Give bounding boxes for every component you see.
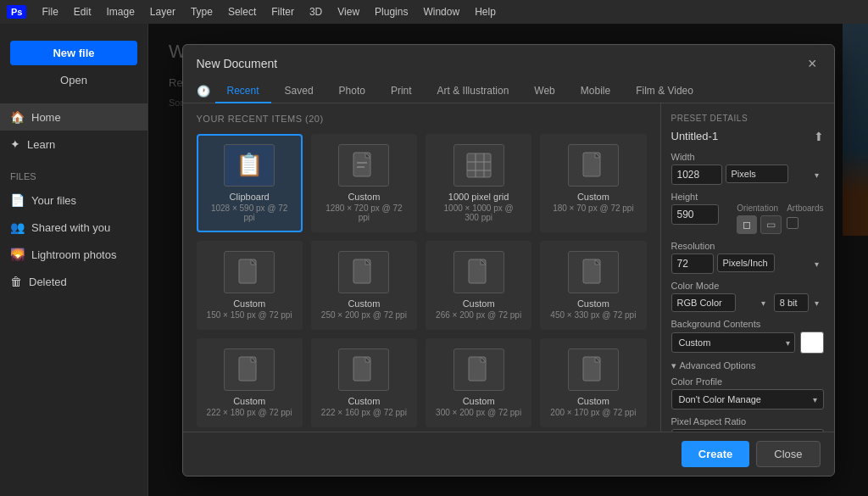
files-section-label: FILES [0, 166, 147, 187]
sidebar-item-shared[interactable]: 👥 Shared with you [0, 214, 147, 241]
item-card-7[interactable]: Custom 450 × 330 px @ 72 ppi [540, 241, 646, 330]
menu-file[interactable]: File [35, 3, 64, 21]
menu-image[interactable]: Image [100, 3, 142, 21]
modal-close-button[interactable]: × [804, 55, 821, 73]
pixel-aspect-field-row: Pixel Aspect Ratio Square PixelsD1/DV NT… [671, 416, 824, 432]
sidebar-item-deleted[interactable]: 🗑 Deleted [0, 268, 147, 295]
tab-art-illustration[interactable]: Art & Illustration [426, 80, 521, 103]
tab-saved[interactable]: Saved [273, 80, 326, 103]
item-card-2[interactable]: 1000 pixel grid 1000 × 1000 px @ 300 ppi [426, 134, 531, 232]
sidebar-item-your-files[interactable]: 📄 Your files [0, 187, 147, 214]
file-icon-9 [338, 348, 389, 391]
sidebar-item-home[interactable]: 🏠 Home [0, 103, 147, 131]
portrait-button[interactable]: ◻ [737, 215, 757, 234]
item-name-3: Custom [550, 192, 636, 202]
color-mode-select[interactable]: RGB ColorCMYK ColorGrayscale [671, 293, 736, 312]
modal-body: YOUR RECENT ITEMS (20) 📋 Clipboard 1028 … [183, 103, 834, 432]
tab-recent[interactable]: Recent [215, 80, 271, 103]
width-input[interactable] [671, 164, 722, 185]
sidebar-item-lightroom[interactable]: 🌄 Lightroom photos [0, 241, 147, 268]
deleted-icon: 🗑 [10, 275, 22, 288]
resolution-input[interactable] [671, 254, 714, 274]
menu-bar: Ps File Edit Image Layer Type Select Fil… [0, 0, 868, 24]
sidebar-item-learn[interactable]: ✦ Learn [0, 131, 147, 158]
menu-select[interactable]: Select [221, 3, 263, 21]
height-label: Height [671, 192, 732, 202]
item-name-6: Custom [436, 298, 521, 309]
tab-print[interactable]: Print [379, 80, 424, 103]
sidebar-item-deleted-label: Deleted [29, 276, 67, 288]
tab-web[interactable]: Web [522, 80, 566, 103]
close-button[interactable]: Close [756, 441, 820, 467]
sidebar-item-your-files-label: Your files [31, 194, 76, 207]
tab-mobile[interactable]: Mobile [569, 80, 622, 103]
sidebar-item-home-label: Home [31, 111, 61, 124]
menu-filter[interactable]: Filter [264, 3, 301, 21]
color-profile-label: Color Profile [671, 376, 824, 387]
item-dims-9: 222 × 160 px @ 72 ppi [321, 408, 407, 417]
main-content: We Rec Sort New Document × 🕐 Recent Save… [148, 24, 868, 496]
file-icon-3 [568, 144, 619, 187]
item-card-10[interactable]: Custom 300 × 200 px @ 72 ppi [426, 338, 531, 427]
menu-3d[interactable]: 3D [303, 3, 329, 21]
menu-window[interactable]: Window [416, 3, 466, 21]
color-profile-field-row: Color Profile Don't Color ManagesRGBAdob… [671, 376, 824, 410]
item-dims-8: 222 × 180 px @ 72 ppi [207, 408, 292, 417]
color-profile-select[interactable]: Don't Color ManagesRGBAdobe RGB [671, 389, 824, 410]
home-icon: 🏠 [10, 110, 25, 124]
file-icon-7 [568, 251, 619, 293]
item-name-7: Custom [550, 298, 636, 309]
item-dims-11: 200 × 170 px @ 72 ppi [550, 408, 636, 417]
item-card-clipboard[interactable]: 📋 Clipboard 1028 × 590 px @ 72 ppi [197, 134, 303, 232]
item-card-11[interactable]: Custom 200 × 170 px @ 72 ppi [540, 338, 646, 427]
item-dims-10: 300 × 200 px @ 72 ppi [436, 408, 521, 417]
item-card-8[interactable]: Custom 222 × 180 px @ 72 ppi [197, 338, 303, 427]
new-file-button[interactable]: New file [10, 41, 137, 65]
menu-type[interactable]: Type [184, 3, 220, 21]
item-name-10: Custom [436, 396, 521, 406]
menu-help[interactable]: Help [468, 3, 503, 21]
sidebar-item-learn-label: Learn [27, 138, 55, 151]
pixel-aspect-select[interactable]: Square PixelsD1/DV NTSCD1/DV PAL [671, 429, 824, 432]
advanced-options-toggle[interactable]: ▾ Advanced Options [671, 360, 824, 371]
create-button[interactable]: Create [682, 441, 749, 467]
menu-view[interactable]: View [331, 3, 366, 21]
item-card-4[interactable]: Custom 150 × 150 px @ 72 ppi [197, 241, 303, 330]
bg-color-swatch[interactable] [800, 332, 824, 354]
tab-photo[interactable]: Photo [327, 80, 377, 103]
item-card-5[interactable]: Custom 250 × 200 px @ 72 ppi [311, 241, 417, 330]
item-card-3[interactable]: Custom 180 × 70 px @ 72 ppi [540, 134, 646, 232]
ps-logo: Ps [7, 5, 26, 19]
resolution-field-row: Resolution Pixels/InchPixels/Cm [671, 241, 824, 274]
open-button[interactable]: Open [60, 70, 87, 90]
save-preset-icon[interactable]: ⬆ [814, 130, 824, 143]
tab-film-video[interactable]: Film & Video [624, 80, 705, 103]
resolution-unit-select[interactable]: Pixels/InchPixels/Cm [717, 254, 775, 272]
resolution-label: Resolution [671, 241, 824, 251]
bg-contents-select[interactable]: CustomWhiteBackground ColorTransparent [671, 332, 795, 353]
pixel-aspect-label: Pixel Aspect Ratio [671, 416, 824, 426]
item-dims-0: 1028 × 590 px @ 72 ppi [207, 203, 292, 222]
item-name-5: Custom [321, 298, 407, 309]
height-input[interactable] [671, 204, 719, 225]
learn-icon: ✦ [10, 137, 20, 151]
svg-rect-3 [467, 153, 491, 177]
width-field-row: Width PixelsInchesCentimeters [671, 152, 824, 185]
menu-layer[interactable]: Layer [143, 3, 182, 21]
artboards-checkbox[interactable] [787, 217, 798, 229]
new-document-modal: New Document × 🕐 Recent Saved Photo Prin… [182, 44, 835, 476]
item-card-1[interactable]: Custom 1280 × 720 px @ 72 ppi [311, 134, 417, 232]
preset-section-label: PRESET DETAILS [671, 114, 824, 123]
item-name-9: Custom [321, 396, 407, 406]
bit-depth-select[interactable]: 8 bit16 bit32 bit [774, 293, 809, 312]
menu-plugins[interactable]: Plugins [368, 3, 415, 21]
item-dims-6: 266 × 200 px @ 72 ppi [436, 310, 521, 320]
menu-edit[interactable]: Edit [67, 3, 98, 21]
file-icon-8 [224, 348, 275, 391]
item-card-9[interactable]: Custom 222 × 160 px @ 72 ppi [311, 338, 417, 427]
width-unit-select[interactable]: PixelsInchesCentimeters [726, 164, 788, 183]
bg-contents-field-row: Background Contents CustomWhiteBackgroun… [671, 319, 824, 354]
landscape-button[interactable]: ▭ [760, 215, 782, 234]
sidebar: New file Open 🏠 Home ✦ Learn FILES 📄 You… [0, 24, 148, 496]
item-card-6[interactable]: Custom 266 × 200 px @ 72 ppi [426, 241, 531, 330]
